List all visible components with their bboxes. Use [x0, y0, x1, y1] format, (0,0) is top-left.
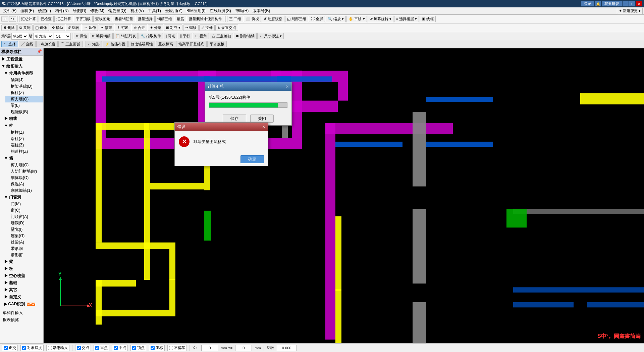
menu-floor[interactable]: 楼层(L)	[36, 7, 53, 14]
snap-no-drift[interactable]: 不偏移	[167, 345, 187, 351]
sidebar-item-civildef-wall[interactable]: 人防门框墙(kr)	[5, 168, 43, 175]
tb-break[interactable]: ⋮ 打断	[115, 25, 131, 31]
sidebar-item-col[interactable]: ▼ 柱	[3, 122, 43, 129]
btn-rebar-list[interactable]: 📋 钢筋列表	[113, 33, 138, 39]
sidebar-item-sw[interactable]: 剪力墙(Q)	[5, 162, 43, 168]
btn-threepoint-axis[interactable]: △ 三点确轴	[210, 33, 233, 39]
toolbar-calc-sheet[interactable]: 汇总计算	[54, 16, 73, 22]
toolbar-redo[interactable]: ↪	[9, 16, 16, 22]
tb-offset[interactable]: ⇥ 编移	[183, 25, 199, 31]
btn-twopoint[interactable]: | 两点	[164, 33, 177, 39]
sidebar-item-hollowslab[interactable]: ▶ 空心楼盖	[3, 272, 43, 279]
calc-close-button[interactable]: 关闭	[250, 115, 274, 123]
toolbar-2d[interactable]: 三 二维	[227, 16, 243, 22]
sidebar-item-beam[interactable]: 梁(L)	[5, 102, 43, 109]
tb-stretch[interactable]: ⤢ 拉伸	[199, 25, 215, 31]
tb-delete[interactable]: ✖ 删除	[1, 25, 17, 31]
close-button[interactable]: ✕	[636, 1, 642, 6]
snap-orthogonal[interactable]: 正交	[2, 345, 18, 351]
new-variant-button[interactable]: ✦ 新建变更 ▾	[617, 8, 643, 14]
snap-midpoint[interactable]: 重点	[94, 345, 109, 351]
toolbar-fullscreen[interactable]: ⛶ 全屏	[309, 16, 325, 22]
btn-pickup[interactable]: 🔧 拾取构件	[139, 33, 163, 39]
sidebar-item-engineering-settings[interactable]: ▶ 工程设置	[0, 56, 43, 63]
menu-element[interactable]: 构件(N)	[53, 7, 71, 14]
sidebar-item-other[interactable]: ▶ 其它	[3, 287, 43, 294]
sidebar-item-axis[interactable]: ▶ 轴线	[3, 115, 43, 122]
menu-modify[interactable]: 修改(M)	[88, 7, 106, 14]
x-input[interactable]	[201, 345, 218, 351]
toolbar-check[interactable]: 云检查	[39, 16, 54, 22]
snap-dynamic-check[interactable]	[48, 346, 52, 350]
tb-trim[interactable]: ✂ 修剪	[99, 25, 114, 31]
sidebar-item-endcol[interactable]: 端柱(Z)	[5, 142, 43, 148]
sidebar-item-niche[interactable]: 壁龛(I)	[5, 226, 43, 233]
snap-no-drift-check[interactable]	[169, 346, 173, 350]
sidebar-item-grid[interactable]: 轴网(J)	[5, 77, 43, 83]
btn-del-axis[interactable]: ✖ 删除辅轴	[234, 33, 257, 39]
menu-file[interactable]: 文件(F)	[1, 7, 18, 14]
calc-dialog-title[interactable]: 计算汇总 ✕	[205, 82, 291, 91]
sidebar-item-draw-input[interactable]: ▼ 绘图输入	[0, 63, 43, 70]
sidebar-item-wall[interactable]: ▼ 墙	[3, 155, 43, 162]
sidebar-item-overbeam[interactable]: 过梁(A)	[5, 239, 43, 246]
toolbar-screenrot[interactable]: ⟳ 屏幕旋转 ▾	[368, 16, 393, 22]
tb-merge[interactable]: ⊕ 合并	[132, 25, 147, 31]
menu-draw[interactable]: 绘图(D)	[71, 7, 89, 14]
tb-split[interactable]: ✦ 分割	[148, 25, 163, 31]
sidebar-item-ankcol[interactable]: 暗柱(Z)	[5, 136, 43, 142]
tb-move[interactable]: ✥ 移动	[50, 25, 65, 31]
sidebar-item-constrcol[interactable]: 构造柱(Z)	[5, 148, 43, 155]
draw-wall-base[interactable]: 墙高平开基础底	[176, 41, 207, 47]
suggest-button[interactable]: 我要建议	[602, 1, 622, 6]
btn-catch-corner[interactable]: ∟ 拦角	[193, 33, 209, 39]
sidebar-item-cad[interactable]: ▶ CAD识别 NEW	[3, 301, 43, 308]
menu-rebar-qty[interactable]: 钢筋量(Q)	[106, 7, 128, 14]
sidebar-item-common-types[interactable]: ▼ 常用构件类型	[3, 70, 43, 77]
sidebar-item-striphole[interactable]: 带形洞	[5, 246, 43, 252]
snap-cross-check[interactable]	[77, 346, 81, 350]
menu-tools[interactable]: 工具(T)	[146, 7, 163, 14]
sidebar-item-stripwin[interactable]: 带形窗	[5, 252, 43, 258]
rotate-input[interactable]	[277, 345, 297, 351]
sidebar-item-masonry-rebar[interactable]: 砌体加筋(1)	[5, 187, 43, 194]
snap-grid-check[interactable]	[151, 346, 155, 350]
sidebar-item-door[interactable]: 门(M)	[5, 201, 43, 207]
toolbar-flip[interactable]: ⬜ 倒视	[244, 16, 261, 22]
toolbar-pan[interactable]: ✋ 平移 ▾	[346, 16, 367, 22]
draw-arc[interactable]: ⌒ 三点画弧	[58, 41, 83, 47]
minimize-button[interactable]: ─	[623, 1, 629, 6]
toolbar-undo[interactable]: ↩	[1, 16, 8, 22]
snap-vertex-check[interactable]	[132, 346, 136, 350]
draw-smart-place[interactable]: ⚡ 智能布置	[103, 41, 128, 47]
toolbar-summary-calc[interactable]: 汇总计算	[19, 16, 38, 22]
sidebar-item-beams[interactable]: ▶ 梁	[3, 258, 43, 265]
draw-flush-slab[interactable]: 平齐底板	[207, 41, 227, 47]
sidebar-item-doorwindow[interactable]: 门联窗(A)	[5, 214, 43, 220]
snap-object[interactable]: 对象捕捉	[20, 345, 44, 351]
sidebar-item-custom[interactable]: ▶ 自定义	[3, 294, 43, 301]
menu-bim[interactable]: BIM应用(I)	[184, 7, 208, 14]
tb-setcross[interactable]: ⊕ 设置交点	[215, 25, 238, 31]
tb-mirror[interactable]: ◫ 镜像	[33, 25, 49, 31]
sidebar-item-report[interactable]: 报表预览	[1, 316, 42, 323]
draw-line[interactable]: ╱ 直线	[19, 41, 36, 47]
draw-select[interactable]: ↖ 选择	[1, 41, 18, 47]
sidebar-item-window[interactable]: 窗(C)	[5, 207, 43, 214]
menu-view[interactable]: 视图(V)	[128, 7, 146, 14]
maximize-button[interactable]: □	[629, 1, 635, 6]
sidebar-item-slabs[interactable]: ▶ 板	[3, 265, 43, 272]
toolbar-flatroof[interactable]: 平齐顶板	[74, 16, 93, 22]
calc-save-button[interactable]: 保存	[223, 115, 246, 123]
sidebar-item-warmth[interactable]: 保温(A)	[5, 181, 43, 187]
menu-online[interactable]: 在线服务(S)	[208, 7, 233, 14]
tb-extend[interactable]: ↔ 延伸	[82, 25, 98, 31]
snap-object-check[interactable]	[22, 346, 26, 350]
toolbar-zoom[interactable]: 🔍 缩放 ▾	[326, 16, 346, 22]
sidebar-item-wallhole[interactable]: 墙洞(D)	[5, 220, 43, 226]
toolbar-drawaxis[interactable]: 查线图元	[93, 16, 112, 22]
menu-version[interactable]: 版本号(B)	[251, 7, 272, 14]
btn-property[interactable]: ✏ 属性	[74, 33, 89, 39]
toolbar-local3d[interactable]: ◱ 局部三维	[285, 16, 308, 22]
element-code-selector[interactable]: Q1	[54, 33, 71, 40]
